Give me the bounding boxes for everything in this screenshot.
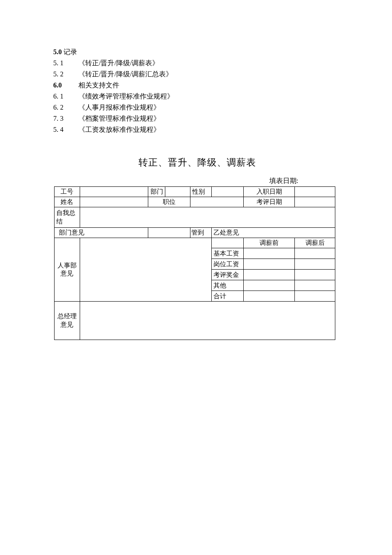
cell-bonus-after [295, 270, 335, 280]
cell-total-before [244, 291, 295, 302]
table-row: 姓名 职位 考评日期 [55, 197, 335, 207]
label-bonus: 考评奖金 [212, 270, 244, 280]
label-self-summary: 自我总结 [55, 207, 80, 228]
cell-bonus-before [244, 270, 295, 280]
item-num: 6. 2 [53, 102, 77, 113]
cell-self-summary [80, 207, 335, 228]
label-review-date: 考评日期 [244, 197, 295, 207]
label-gender: 性别 [190, 187, 212, 197]
fill-date-label: 填表日期: [53, 177, 341, 186]
cell-hr-opinion [80, 238, 211, 302]
table-row: 总经理意见 [55, 302, 335, 340]
item-num: 7. 3 [53, 113, 77, 124]
cell-emp-no [80, 187, 148, 197]
cell-position [190, 197, 244, 207]
item-text: 《转正/晋升/降级/调薪汇总表》 [78, 70, 173, 78]
section6-item: 6. 1 《绩效考评管理标准作业规程》 [53, 91, 341, 102]
cell-position-after [295, 259, 335, 270]
cell-base-after [295, 248, 335, 259]
label-emp-no: 工号 [55, 187, 80, 197]
section6-item: 5. 4 《工资发放标准作业规程》 [53, 125, 341, 135]
item-text: 《转正/晋升/降级/调薪表》 [78, 59, 159, 67]
cell-other-before [244, 280, 295, 291]
label-hire-date: 入职日期 [244, 187, 295, 197]
section5-text: 记录 [63, 48, 77, 55]
label-position-salary: 岗位工资 [212, 259, 244, 270]
label-total: 合计 [212, 291, 244, 302]
cell-dept [165, 187, 190, 197]
label-name: 姓名 [55, 197, 80, 207]
item-num: 5. 1 [53, 58, 77, 68]
label-dept-opinion: 部门意见 [55, 228, 148, 238]
item-num: 5. 2 [53, 69, 77, 79]
cell-hire-date [295, 187, 335, 197]
cell-gender [212, 187, 244, 197]
item-num: 6. 1 [53, 91, 77, 102]
table-row: 自我总结 [55, 207, 335, 228]
label-position: 职位 [148, 197, 190, 207]
label-mgmt1: 管到 [190, 228, 212, 238]
cell-total-after [295, 291, 335, 302]
cell-name [80, 197, 148, 207]
cell-gm-opinion [80, 302, 335, 340]
section6-text: 相关支持文件 [78, 81, 119, 89]
label-base-salary: 基本工资 [212, 248, 244, 259]
cell-blank [212, 238, 244, 248]
form-title: 转正、晋升、降级、调薪表 [53, 156, 341, 169]
section5-item: 5. 2 《转正/晋升/降级/调薪汇总表》 [53, 69, 341, 79]
label-gm-opinion: 总经理意见 [55, 302, 80, 340]
section6-item: 7. 3 《档案管理标准作业规程》 [53, 113, 341, 124]
label-dept: 部门 [148, 187, 165, 197]
section6-heading: 6.0 相关支持文件 [53, 80, 341, 90]
section6-num: 6.0 [53, 80, 77, 90]
cell-review-date [295, 197, 335, 207]
cell-position-before [244, 259, 295, 270]
table-row: 部门意见 管到 乙处意见 [55, 228, 335, 238]
item-num: 5. 4 [53, 125, 77, 135]
form-table: 工号 部门 性别 入职日期 姓名 职位 考评日期 自我总结 部门意见 管到 乙处… [54, 186, 335, 340]
label-salary-after: 调薪后 [295, 238, 335, 248]
label-mgmt2: 乙处意见 [212, 228, 335, 238]
label-other: 其他 [212, 280, 244, 291]
item-text: 《人事月报标准作业规程》 [78, 104, 160, 111]
table-row: 人事部意见 调薪前 调薪后 [55, 238, 335, 248]
cell-base-before [244, 248, 295, 259]
item-text: 《档案管理标准作业规程》 [78, 115, 160, 122]
item-text: 《绩效考评管理标准作业规程》 [78, 93, 174, 100]
item-text: 《工资发放标准作业规程》 [78, 126, 160, 133]
section5-num: 5.0 [53, 48, 62, 55]
cell-dept-opinion [148, 228, 190, 238]
cell-other-after [295, 280, 335, 291]
table-row: 工号 部门 性别 入职日期 [55, 187, 335, 197]
label-salary-before: 调薪前 [244, 238, 295, 248]
section5-heading: 5.0 记录 [53, 47, 341, 57]
section6-item: 6. 2 《人事月报标准作业规程》 [53, 102, 341, 113]
label-hr-opinion: 人事部意见 [55, 238, 80, 302]
section5-item: 5. 1 《转正/晋升/降级/调薪表》 [53, 58, 341, 68]
